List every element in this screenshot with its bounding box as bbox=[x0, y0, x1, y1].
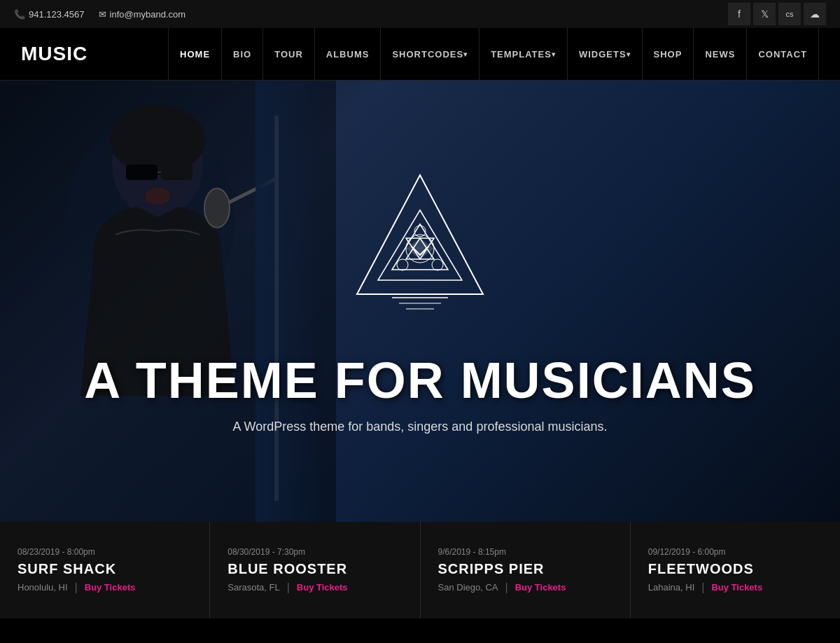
event-item-2: 08/30/2019 - 7:30pm BLUE ROOSTER Sarasot… bbox=[210, 522, 420, 618]
event-location-1: Honolulu, HI | Buy Tickets bbox=[18, 581, 192, 594]
nav-tour[interactable]: TOUR bbox=[263, 28, 315, 81]
event-date-3: 9/6/2019 - 8:15pm bbox=[438, 547, 612, 557]
main-nav: HOME BIO TOUR ALBUMS SHORTCODES TEMPLATE… bbox=[168, 28, 819, 80]
nav-news[interactable]: NEWS bbox=[694, 28, 747, 81]
svg-point-17 bbox=[397, 259, 408, 270]
email-address: info@myband.com bbox=[110, 9, 186, 20]
email-icon: ✉ bbox=[99, 9, 106, 20]
header: MUSIC HOME BIO TOUR ALBUMS SHORTCODES TE… bbox=[0, 28, 840, 81]
event-city-2: Sarasota, FL bbox=[227, 582, 279, 593]
event-date-1: 08/23/2019 - 8:00pm bbox=[18, 547, 192, 557]
hero-section: A THEME FOR MUSICIANS A WordPress theme … bbox=[0, 81, 840, 522]
event-divider-4: | bbox=[701, 581, 704, 594]
nav-shop[interactable]: SHOP bbox=[643, 28, 694, 81]
email-link[interactable]: ✉ info@myband.com bbox=[99, 9, 186, 20]
nav-contact[interactable]: CONTACT bbox=[747, 28, 819, 81]
nav-shortcodes[interactable]: SHORTCODES bbox=[381, 28, 479, 81]
event-location-2: Sarasota, FL | Buy Tickets bbox=[227, 581, 402, 594]
nav-home[interactable]: HOME bbox=[168, 28, 222, 81]
event-city-3: San Diego, CA bbox=[438, 582, 498, 593]
svg-point-2 bbox=[110, 105, 205, 175]
event-city-1: Honolulu, HI bbox=[18, 582, 68, 593]
event-venue-2: BLUE ROOSTER bbox=[227, 561, 402, 577]
svg-rect-3 bbox=[126, 165, 158, 180]
svg-point-9 bbox=[204, 188, 230, 228]
svg-marker-23 bbox=[406, 238, 434, 259]
event-location-3: San Diego, CA | Buy Tickets bbox=[438, 581, 612, 594]
phone-number: 941.123.4567 bbox=[29, 9, 85, 20]
hero-subtitle: A WordPress theme for bands, singers and… bbox=[84, 420, 755, 434]
event-item-4: 09/12/2019 - 6:00pm FLEETWOODS Lahaina, … bbox=[631, 522, 840, 618]
top-bar-contact: 📞 941.123.4567 ✉ info@myband.com bbox=[14, 9, 186, 20]
event-city-4: Lahaina, HI bbox=[648, 582, 695, 593]
events-bar: 08/23/2019 - 8:00pm SURF SHACK Honolulu,… bbox=[0, 522, 840, 618]
nav-templates[interactable]: TEMPLATES bbox=[479, 28, 568, 81]
event-date-2: 08/30/2019 - 7:30pm bbox=[227, 547, 402, 557]
soundcloud-icon[interactable]: ☁ bbox=[804, 3, 826, 25]
hero-content: A THEME FOR MUSICIANS A WordPress theme … bbox=[70, 353, 769, 434]
twitter-icon[interactable]: 𝕏 bbox=[753, 3, 776, 25]
social-icons: f 𝕏 cs ☁ bbox=[728, 3, 826, 25]
event-divider-1: | bbox=[75, 581, 78, 594]
phone-link[interactable]: 📞 941.123.4567 bbox=[14, 9, 85, 20]
top-bar: 📞 941.123.4567 ✉ info@myband.com f 𝕏 cs … bbox=[0, 0, 840, 28]
buy-tickets-4[interactable]: Buy Tickets bbox=[711, 582, 762, 593]
hero-title: A THEME FOR MUSICIANS bbox=[84, 353, 755, 408]
nav-bio[interactable]: BIO bbox=[222, 28, 263, 81]
site-logo[interactable]: MUSIC bbox=[21, 43, 88, 65]
event-item-1: 08/23/2019 - 8:00pm SURF SHACK Honolulu,… bbox=[0, 522, 210, 618]
nav-albums[interactable]: ALBUMS bbox=[315, 28, 382, 81]
phone-icon: 📞 bbox=[14, 9, 25, 20]
event-divider-3: | bbox=[505, 581, 508, 594]
nav-widgets[interactable]: WIDGETS bbox=[568, 28, 643, 81]
hero-geometric-logo bbox=[350, 168, 490, 332]
event-divider-2: | bbox=[287, 581, 290, 594]
event-venue-4: FLEETWOODS bbox=[648, 561, 822, 577]
facebook-icon[interactable]: f bbox=[728, 3, 750, 25]
event-date-4: 09/12/2019 - 6:00pm bbox=[648, 547, 822, 557]
event-item-3: 9/6/2019 - 8:15pm SCRIPPS PIER San Diego… bbox=[421, 522, 631, 618]
event-location-4: Lahaina, HI | Buy Tickets bbox=[648, 581, 822, 594]
buy-tickets-3[interactable]: Buy Tickets bbox=[515, 582, 566, 593]
event-venue-1: SURF SHACK bbox=[18, 561, 192, 577]
svg-point-6 bbox=[145, 188, 170, 205]
svg-rect-10 bbox=[255, 81, 326, 522]
svg-rect-4 bbox=[161, 165, 192, 180]
svg-point-18 bbox=[432, 259, 443, 270]
buy-tickets-2[interactable]: Buy Tickets bbox=[297, 582, 348, 593]
buy-tickets-1[interactable]: Buy Tickets bbox=[85, 582, 136, 593]
lastfm-icon[interactable]: cs bbox=[778, 3, 801, 25]
event-venue-3: SCRIPPS PIER bbox=[438, 561, 612, 577]
